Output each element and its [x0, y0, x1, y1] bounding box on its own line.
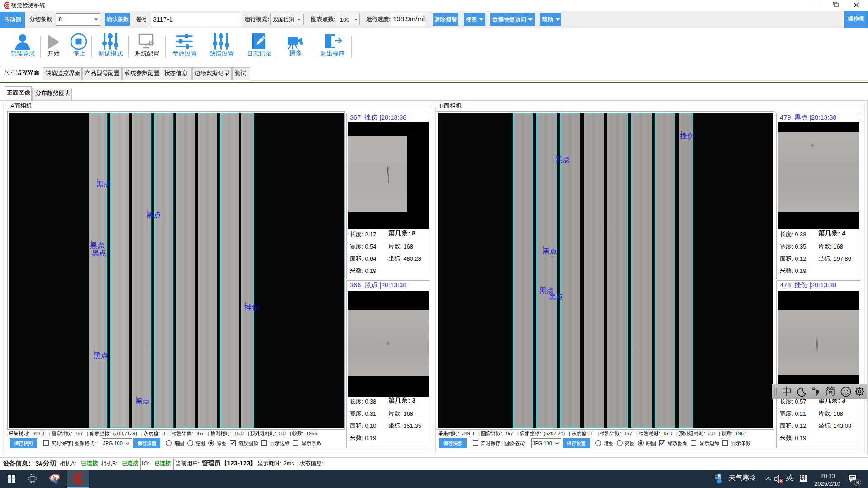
- svg-text:2ms: 2ms: [283, 460, 294, 467]
- svg-text:: 15.0 |: : 15.0 |: [230, 431, 250, 436]
- svg-text:198.9m/mi: 198.9m/mi: [393, 15, 425, 23]
- svg-text:: 1966: : 1966: [302, 431, 317, 436]
- svg-text::: :: [267, 16, 269, 23]
- svg-text:: 0.31: : 0.31: [362, 410, 377, 417]
- svg-text:: 167 |: : 167 |: [620, 431, 639, 436]
- svg-text:: 0.64: : 0.64: [362, 255, 377, 262]
- svg-text:3117-1: 3117-1: [153, 16, 173, 23]
- svg-text:478: 478: [780, 282, 794, 289]
- svg-text:123-123: 123-123: [227, 460, 250, 467]
- svg-text:: 167 |: : 167 |: [71, 431, 90, 436]
- svg-text:: 0.0 |: : 0.0 |: [275, 431, 292, 436]
- svg-text:6: 6: [856, 480, 859, 485]
- svg-text:: 0.57: : 0.57: [792, 398, 807, 405]
- svg-text:: 168: : 168: [400, 410, 413, 417]
- svg-text:: 8: : 8: [408, 230, 415, 237]
- svg-text::: :: [524, 441, 525, 446]
- svg-text:: 0.10: : 0.10: [362, 422, 377, 429]
- svg-text:: 1 |: : 1 |: [586, 431, 600, 436]
- svg-text:JPG 100: JPG 100: [533, 441, 552, 446]
- svg-text:JPG 100: JPG 100: [103, 441, 123, 446]
- svg-text::: :: [94, 441, 95, 446]
- svg-text:: 151.35: : 151.35: [400, 422, 421, 429]
- svg-text:: 0.19: : 0.19: [362, 435, 377, 441]
- svg-text:2025/2/10: 2025/2/10: [814, 480, 840, 487]
- svg-text:: 143.08: : 143.08: [830, 422, 851, 429]
- svg-text:100: 100: [340, 17, 349, 23]
- svg-text:: 4: : 4: [838, 230, 845, 237]
- svg-text:: 167 |: : 167 |: [192, 431, 211, 436]
- svg-text::: :: [280, 460, 281, 467]
- svg-text:: 0.12: : 0.12: [792, 422, 807, 429]
- svg-text:: 2.17: : 2.17: [362, 231, 377, 238]
- svg-text:: 1967: : 1967: [731, 431, 746, 436]
- svg-text:A: A: [10, 103, 14, 109]
- svg-text:|: |: [501, 441, 504, 446]
- svg-text:8: 8: [59, 16, 62, 23]
- svg-text:: 0.19: : 0.19: [792, 267, 807, 274]
- svg-text:|: |: [72, 441, 75, 446]
- svg-text:: 0.38: : 0.38: [362, 398, 377, 405]
- svg-text:20:13: 20:13: [821, 473, 835, 479]
- svg-text:: 168: : 168: [830, 410, 843, 417]
- svg-text:B:: B:: [112, 460, 118, 467]
- svg-text:: 480.28: : 480.28: [400, 255, 421, 262]
- svg-text:B: B: [440, 103, 444, 109]
- svg-text:|20:13:38: |20:13:38: [377, 282, 406, 289]
- svg-text:|20:13:38: |20:13:38: [377, 114, 406, 121]
- svg-text:366: 366: [350, 282, 364, 289]
- svg-text:: 0.35: : 0.35: [792, 243, 807, 250]
- svg-text:: 349.3 |: : 349.3 |: [458, 431, 481, 436]
- svg-text:: 348.3 |: : 348.3 |: [28, 431, 51, 436]
- svg-text:: 0.54: : 0.54: [362, 243, 377, 250]
- svg-text:IO:: IO:: [142, 460, 150, 467]
- svg-text:: 0.19: : 0.19: [792, 435, 807, 441]
- svg-text:A:: A:: [71, 460, 76, 467]
- svg-text:|20:13:38: |20:13:38: [807, 282, 836, 289]
- svg-text:: 3: : 3: [408, 397, 415, 404]
- svg-text:: 0.21: : 0.21: [792, 410, 807, 417]
- svg-text:: 168: : 168: [400, 243, 413, 250]
- svg-text:: (333,7139) |: : (333,7139) |: [109, 431, 144, 436]
- svg-text:: 197.86: : 197.86: [830, 255, 851, 262]
- svg-text:: (5202,24) |: : (5202,24) |: [540, 431, 572, 436]
- svg-text::: :: [322, 460, 323, 467]
- svg-text::: :: [198, 460, 199, 467]
- svg-text:: 15.0 |: : 15.0 |: [659, 431, 679, 436]
- svg-text:: 167 |: : 167 |: [501, 431, 520, 436]
- svg-text:367: 367: [350, 114, 364, 121]
- svg-text:479: 479: [780, 114, 794, 121]
- svg-text:: 0.38: : 0.38: [792, 231, 807, 238]
- svg-text:3#: 3#: [35, 460, 43, 467]
- svg-text:: 0.0 |: : 0.0 |: [704, 431, 722, 436]
- svg-text:: 0.12: : 0.12: [792, 255, 807, 262]
- svg-text::: :: [334, 16, 335, 23]
- svg-text:|20:13:38: |20:13:38: [807, 114, 836, 121]
- svg-text:: 0.19: : 0.19: [362, 267, 377, 274]
- svg-text:: 168: : 168: [830, 243, 843, 250]
- svg-text:: 3 |: : 3 |: [158, 431, 172, 436]
